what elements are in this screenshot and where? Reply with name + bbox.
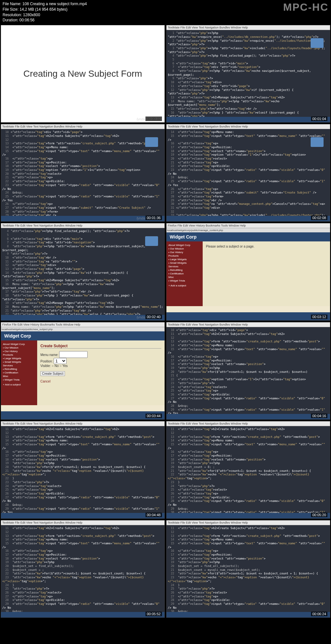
thumb-1[interactable]: Creating a New Subject Form lynda 00:00:… (1, 25, 165, 123)
menubar: TextMate File Edit View Text Navigation … (166, 421, 330, 426)
thumbnail-grid: Creating a New Subject Form lynda 00:00:… (0, 24, 331, 618)
sidebar-nav: About Widget Corp• Our Mission• Our Hist… (166, 241, 203, 306)
lynda-watermark: lynda (137, 315, 145, 319)
form-row: Position: 1 (40, 358, 161, 364)
menubar: TextMate File Edit View Text Navigation … (1, 124, 165, 129)
thumb-9[interactable]: TextMate File Edit View Text Navigation … (1, 421, 165, 519)
timestamp: 00:05:52 (145, 612, 162, 616)
timestamp: 00:01:36 (145, 216, 162, 220)
code-editor: 14 <"attr">class="tag">p>Menu name:15 <"… (166, 129, 330, 216)
timestamp: 00:05:20 (311, 513, 327, 517)
menubar: TextMate File Edit View Text Navigation … (1, 421, 165, 426)
thumb-7[interactable]: Firefox File Edit View History Bookmarks… (1, 322, 165, 420)
code-editor: 11 <"attr">class="tag">h2>Create Subject… (1, 426, 165, 513)
thumb-2[interactable]: TextMate File Edit View Text Navigation … (166, 25, 330, 123)
filename: File Name: 108 Creating a new subject fo… (3, 1, 87, 7)
url-bar: localhost/widgetcorp/public/manage_conte… (166, 228, 330, 232)
menubar: TextMate File Edit View Text Navigation … (166, 520, 330, 525)
browser-window: localhost/widgetcorp/public/new_subject.… (1, 327, 165, 411)
main-content: Create Subject Menu name: Position: 1 Vi… (37, 340, 165, 405)
sidebar-nav: About Widget Corp• Our Mission• Our Hist… (1, 340, 37, 405)
code-editor: 10<"attr">class="tag">div "attr">id="pag… (1, 129, 165, 216)
timestamp: 00:03:12 (311, 315, 327, 319)
timestamp: 00:02:40 (145, 315, 162, 319)
code-editor: 1"attr">class="php"><?php "attr">class="… (166, 30, 330, 117)
thumb-5[interactable]: TextMate File Edit View Text Navigation … (1, 223, 165, 321)
position-select[interactable]: 1 (54, 358, 67, 364)
menubar: Firefox File Edit View History Bookmarks… (1, 322, 165, 327)
resolution: Resolution: 1280x800 (3, 12, 87, 18)
timestamp: 00:04:48 (145, 513, 162, 517)
thumb-12[interactable]: TextMate File Edit View Text Navigation … (166, 520, 330, 618)
timestamp: 00:00:32 (145, 117, 162, 121)
menubar: TextMate File Edit View Text Navigation … (1, 520, 165, 525)
page-heading: Create Subject (40, 344, 161, 349)
submit-button[interactable]: Create Subject (40, 371, 65, 376)
folder-icon (145, 236, 158, 246)
cancel-link[interactable]: Cancel (40, 380, 161, 383)
code-editor: 10<"attr">class="tag">div "attr">id="pag… (166, 327, 330, 414)
thumb-8[interactable]: TextMate File Edit View Text Navigation … (166, 322, 330, 420)
folder-icon (311, 137, 324, 147)
menubar: TextMate File Edit View Text Navigation … (166, 322, 330, 327)
thumb-11[interactable]: TextMate File Edit View Text Navigation … (1, 520, 165, 618)
menubar: TextMate File Edit View Text Navigation … (1, 223, 165, 228)
timestamp: 00:02:08 (311, 216, 327, 220)
timestamp: 00:04:16 (311, 414, 327, 418)
file-metadata: File Name: 108 Creating a new subject fo… (3, 1, 87, 23)
timestamp: 00:03:44 (145, 414, 162, 418)
thumb-4[interactable]: TextMate File Edit View Text Navigation … (166, 124, 330, 222)
filesize: File Size: 14,2 MB (14 954 654 bytes) (3, 7, 87, 12)
site-title: Widget Corp (166, 232, 330, 241)
thumb-6[interactable]: Firefox File Edit View History Bookmarks… (166, 223, 330, 321)
code-editor: 11 <"attr">class="tag">h2>Create Subject… (166, 426, 330, 513)
timestamp: 00:06:24 (311, 612, 327, 616)
menubar: TextMate File Edit View Text Navigation … (166, 25, 330, 30)
lynda-watermark: lynda (137, 117, 145, 121)
site-title: Widget Corp (1, 331, 165, 340)
thumb-10[interactable]: TextMate File Edit View Text Navigation … (166, 421, 330, 519)
form-row: Menu name: (40, 351, 161, 358)
menu-name-input[interactable] (59, 351, 88, 358)
timestamp: 00:01:04 (311, 117, 327, 121)
main-content: Please select a subject or a page. (203, 241, 330, 306)
menubar: TextMate File Edit View Text Navigation … (166, 124, 330, 129)
code-editor: 11 <"attr">class="tag">h2>Create Subject… (166, 525, 330, 612)
duration: Duration: 00:06:56 (3, 17, 87, 23)
folder-icon (311, 38, 324, 48)
folder-icon (145, 137, 158, 147)
app-logo: MPC-HC (283, 1, 328, 13)
lynda-watermark: lynda (137, 216, 145, 220)
title-text: Creating a New Subject Form (23, 69, 142, 79)
menubar: Firefox File Edit View History Bookmarks… (166, 223, 330, 228)
header: File Name: 108 Creating a new subject fo… (0, 0, 331, 24)
form-row: Visible: ○ No ○ Yes (40, 364, 161, 368)
thumb-3[interactable]: TextMate File Edit View Text Navigation … (1, 124, 165, 222)
url-bar: localhost/widgetcorp/public/new_subject.… (1, 327, 165, 331)
code-editor: 11 <"attr">class="tag">h2>Create Subject… (1, 525, 165, 612)
code-editor: 4"attr">class="php"><?php find_selected_… (1, 228, 165, 315)
browser-window: localhost/widgetcorp/public/manage_conte… (166, 228, 330, 312)
